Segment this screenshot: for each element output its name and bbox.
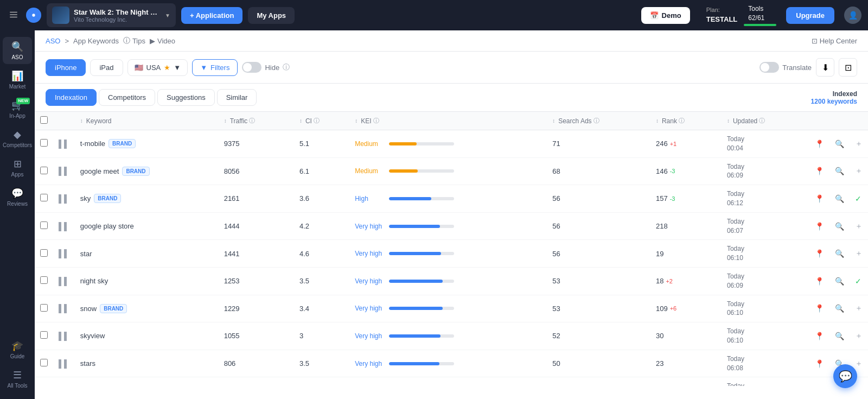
- row-checkbox[interactable]: [40, 276, 48, 284]
- location-icon[interactable]: 📍: [815, 332, 824, 340]
- filters-button[interactable]: ▼ Filters: [192, 59, 238, 76]
- country-selector[interactable]: 🇺🇸 USA ★ ▼: [127, 59, 188, 76]
- sidebar-item-inapp[interactable]: NEW 🛒 In-App: [3, 96, 32, 123]
- kei-cell: High: [349, 185, 547, 213]
- row-checkbox[interactable]: [40, 249, 48, 257]
- translate-switch[interactable]: [760, 62, 779, 73]
- keyword-cell: night sky: [80, 277, 213, 285]
- magnify-icon[interactable]: 🔍: [835, 304, 844, 313]
- sidebar-item-guide[interactable]: 🎓 Guide: [3, 336, 32, 363]
- location-icon[interactable]: 📍: [815, 140, 824, 148]
- location-icon[interactable]: 📍: [815, 249, 824, 258]
- sidebar-item-alltools[interactable]: ☰ All Tools: [3, 365, 32, 392]
- ipad-tab[interactable]: iPad: [90, 59, 123, 76]
- row-checkbox[interactable]: [40, 304, 48, 312]
- location-icon[interactable]: 📍: [815, 277, 824, 286]
- demo-button[interactable]: 📅 Demo: [641, 7, 690, 24]
- keyword-cell: star: [80, 250, 213, 258]
- magnify-icon[interactable]: 🔍: [835, 194, 844, 203]
- kei-label: Very high: [355, 277, 385, 285]
- row-checkbox[interactable]: [40, 359, 48, 366]
- tab-competitors[interactable]: Competitors: [99, 89, 155, 106]
- updated-col-header[interactable]: ↕ Updated ⓘ: [722, 112, 809, 130]
- breadcrumb-aso[interactable]: ASO: [46, 37, 60, 45]
- help-center-link[interactable]: ⊡ Help Center: [812, 37, 857, 45]
- magnify-icon[interactable]: 🔍: [835, 222, 844, 231]
- plus-icon[interactable]: ＋: [855, 331, 863, 340]
- keyword-cell: skyview: [80, 332, 213, 340]
- row-checkbox[interactable]: [40, 221, 48, 229]
- plus-icon[interactable]: ＋: [855, 166, 863, 175]
- keywords-table-container[interactable]: ↕ Keyword ↕ Traffic ⓘ ↕ CI ⓘ ↕ KEI ⓘ ↕ S…: [35, 112, 868, 386]
- search-ads-cell: 50: [547, 350, 650, 377]
- magnify-icon[interactable]: 🔍: [835, 140, 844, 148]
- tab-suggestions[interactable]: Suggestions: [157, 89, 215, 106]
- search-ads-cell: 56: [547, 185, 650, 213]
- action-location: 📍: [809, 240, 829, 268]
- avatar[interactable]: 👤: [844, 7, 861, 24]
- sidebar-item-reviews[interactable]: 💬 Reviews: [3, 183, 32, 211]
- expand-sidebar-button[interactable]: [7, 8, 21, 23]
- magnify-icon[interactable]: 🔍: [835, 249, 844, 258]
- select-all-checkbox[interactable]: [40, 116, 48, 124]
- kei-bar: [389, 280, 442, 283]
- table-row: ▌▌ night sky 12533.5 Very high 53 18 +2 …: [35, 267, 868, 295]
- copy-button[interactable]: ⊡: [839, 58, 857, 77]
- bar-chart-icon: ▌▌: [59, 332, 69, 340]
- location-icon[interactable]: 📍: [815, 304, 824, 313]
- location-icon[interactable]: 📍: [815, 167, 824, 175]
- location-icon[interactable]: 📍: [815, 222, 824, 231]
- kei-bar: [389, 252, 441, 255]
- kei-label: Very high: [355, 360, 385, 368]
- sidebar-item-market[interactable]: 📊 Market: [3, 66, 32, 93]
- rank-col-header[interactable]: ↕ Rank ⓘ: [650, 112, 722, 130]
- searchads-col-header[interactable]: ↕ Search Ads ⓘ: [547, 112, 650, 130]
- sidebar: 🔍 ASO 📊 Market NEW 🛒 In-App ◆ Competitor…: [0, 30, 35, 399]
- row-checkbox[interactable]: [40, 331, 48, 339]
- row-checkbox[interactable]: [40, 167, 48, 174]
- row-checkbox[interactable]: [40, 194, 48, 201]
- plus-icon[interactable]: ＋: [855, 221, 863, 230]
- rank-change: +6: [670, 305, 677, 312]
- tab-similar[interactable]: Similar: [217, 89, 257, 106]
- plus-icon[interactable]: ＋: [855, 359, 863, 368]
- updated-cell: Today06:07: [722, 212, 809, 240]
- myapps-button[interactable]: My Apps: [248, 7, 295, 24]
- plus-icon[interactable]: ＋: [855, 249, 863, 257]
- ci-col-header[interactable]: ↕ CI ⓘ: [294, 112, 349, 130]
- iphone-tab[interactable]: iPhone: [46, 59, 86, 76]
- action-location: 📍: [809, 350, 829, 377]
- magnify-icon[interactable]: 🔍: [835, 277, 844, 286]
- traffic-cell: 1229: [219, 295, 294, 322]
- magnify-icon[interactable]: 🔍: [835, 332, 844, 340]
- hide-switch[interactable]: [242, 62, 261, 73]
- keyword-col-header[interactable]: ↕ Keyword: [75, 112, 219, 130]
- action-search: 🔍: [829, 212, 850, 240]
- traffic-cell: 8056: [219, 157, 294, 185]
- download-button[interactable]: ⬇: [816, 58, 834, 77]
- application-button[interactable]: + Application: [181, 7, 243, 24]
- kei-col-header[interactable]: ↕ KEI ⓘ: [349, 112, 547, 130]
- table-row: ▌▌ vans BRAND 8063.3 High 50 89 +4 Today…: [35, 377, 868, 386]
- magnify-icon[interactable]: 🔍: [835, 167, 844, 175]
- row-checkbox[interactable]: [40, 139, 48, 147]
- kei-cell: Medium: [349, 157, 547, 185]
- sidebar-item-aso[interactable]: 🔍 ASO: [3, 37, 32, 64]
- tab-indexation[interactable]: Indexation: [46, 89, 97, 106]
- plus-icon[interactable]: ＋: [855, 303, 863, 312]
- app-selector[interactable]: Star Walk 2: The Night Sk... Vito Techno…: [47, 3, 176, 27]
- sidebar-item-apps[interactable]: ⊞ Apps: [3, 154, 32, 181]
- upgrade-button[interactable]: Upgrade: [786, 7, 834, 24]
- tips-link[interactable]: ⓘ Tips: [123, 36, 145, 46]
- location-icon[interactable]: 📍: [815, 194, 824, 203]
- kei-bar-wrap: [389, 334, 454, 338]
- traffic-col-header[interactable]: ↕ Traffic ⓘ: [219, 112, 294, 130]
- bar-chart-icon: ▌▌: [59, 304, 69, 313]
- sidebar-item-competitors[interactable]: ◆ Competitors: [3, 125, 32, 152]
- location-icon[interactable]: 📍: [815, 359, 824, 368]
- video-link[interactable]: ▶ Video: [150, 37, 175, 45]
- traffic-cell: 1055: [219, 322, 294, 350]
- rank-value: 157: [656, 194, 668, 202]
- plus-icon[interactable]: ＋: [855, 139, 863, 148]
- chat-bubble[interactable]: 💬: [833, 364, 857, 388]
